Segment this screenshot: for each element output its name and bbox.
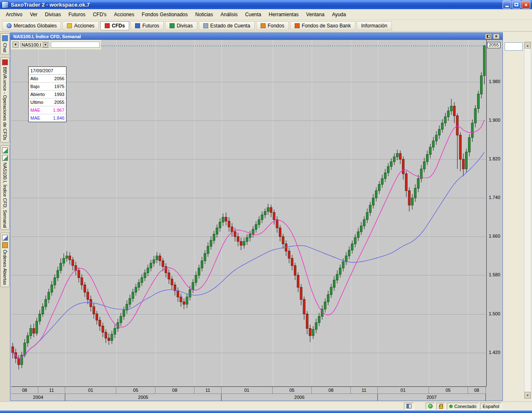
tab-futuros[interactable]: Futuros [131,21,164,30]
menu-fondos-gestionados[interactable]: Fondos Gestionados [138,10,192,20]
month-label: 08 [155,387,195,394]
scrollbar-track[interactable] [525,49,531,392]
app-icon [2,1,9,8]
tab-fondos[interactable]: Fondos [256,21,289,30]
funds-icon [261,23,266,28]
account-icon [406,404,411,408]
network-icon [428,404,433,408]
dock-tab-label: BBVA:xmce - Operaciones de CFDs [2,67,7,140]
tooltip-row: Alto2056 [29,75,66,83]
chart-window-title: NAS100.I, Índice CFD, Semanal [13,34,81,39]
right-panel: ▲ ▼ [504,32,532,401]
window-title: SaxoTrader 2 - workspace.ok.7 [11,2,502,8]
month-label: 05 [116,387,155,394]
time-axis-years[interactable]: 2004200520062007 [11,393,486,401]
dock-tab-label: Órdenes Abiertas [2,250,7,285]
menu-ventana[interactable]: Ventana [303,10,328,20]
open-orders-icon [2,242,8,248]
chart-menu-button[interactable]: ▼ [12,42,19,48]
instrument-combo[interactable]: NAS100.I ▼ [20,42,49,48]
minimize-button[interactable] [502,0,511,9]
chart-close-button[interactable]: × [493,34,500,39]
scroll-up-button[interactable]: ▲ [525,42,531,49]
tooltip-row: Ultimo2055 [29,98,66,106]
menu-ver[interactable]: Ver [26,10,41,20]
year-label: 2005 [65,394,222,401]
tab-acciones[interactable]: Acciones [62,21,99,30]
menu-herramientas[interactable]: Herramientas [265,10,303,20]
month-label: 11 [195,387,222,394]
close-button[interactable]: × [522,0,530,9]
chart-window-titlebar[interactable]: NAS100.I, Índice CFD, Semanal × [10,33,502,40]
month-label: 08 [468,387,486,394]
menu-cuenta[interactable]: Cuenta [241,10,265,20]
tooltip-row: MAE1.967 [29,106,66,114]
connection-status: Conectado [447,403,479,410]
tab-informaci-n[interactable]: Información [357,21,392,30]
month-label: 08 [312,387,351,394]
instrument-combo-value: NAS100.I [22,42,41,47]
minimize-icon [505,6,509,7]
menu-ayuda[interactable]: Ayuda [328,10,350,20]
chart-doc-icon [2,155,8,161]
month-label: 11 [351,387,378,394]
tooltip-row: MAE1.846 [29,114,66,122]
restore-icon [515,3,518,6]
tab-label: Futuros [142,23,159,29]
chart-text-input[interactable] [51,42,100,48]
tab-label: CFDs [112,23,125,29]
current-price-label: 2055 [487,42,500,48]
price-axis[interactable]: 2055 1.9801.9001.8201.7401.6601.5801.500… [486,40,503,386]
language-selector[interactable]: Español [480,403,502,410]
price-axis-label: 1.660 [489,234,500,238]
menu-divisas[interactable]: Divisas [41,10,65,20]
trade-ticket-icon [2,59,8,65]
hidden-panel-field[interactable] [505,42,523,51]
fx-icon [170,23,175,28]
cfds-icon [105,23,110,28]
taskbar-edge[interactable] [0,411,532,413]
chart-tooltip: 17/09/2007 Alto2056Bajo1975Abierto1993Ul… [28,66,66,122]
candlestick-chart-canvas[interactable] [11,40,486,386]
dock-tab-rdenes-abiertas[interactable]: Órdenes Abiertas [0,233,10,287]
scroll-down-button[interactable]: ▼ [525,392,531,398]
price-axis-label: 1.980 [489,79,500,84]
price-axis-label: 1.740 [489,195,500,200]
menu-archivo[interactable]: Archivo [2,10,26,20]
year-label: 2007 [378,394,486,401]
vertical-scrollbar[interactable]: ▲ ▼ [524,42,531,399]
chart-plot-area[interactable]: ▼ NAS100.I ▼ 17/09/2007 Alto2056Bajo1975… [11,40,486,386]
tooltip-row: Bajo1975 [29,83,66,91]
menu-futuros[interactable]: Futuros [65,10,89,20]
tab-label: Información [361,23,387,29]
tooltip-row: Abierto1993 [29,91,66,98]
dock-tab-bbva-xmce-operaciones-de-cfds[interactable]: BBVA:xmce - Operaciones de CFDs [0,57,10,142]
menu-cfd-s[interactable]: CFD's [89,10,110,20]
account-status-button[interactable] [404,403,414,410]
tab-fondos-de-saxo-bank[interactable]: Fondos de Saxo Bank [290,21,355,30]
chart-doc-icon [2,148,8,153]
tab-label: Estado de Cuenta [210,23,250,29]
title-bar[interactable]: SaxoTrader 2 - workspace.ok.7 × [0,0,532,9]
connected-indicator-icon [449,405,453,408]
dock-tab-nas100-i-ndice-cfd-semanal[interactable]: NAS100.I, Índice CFD, Semanal [0,145,10,230]
tab-divisas[interactable]: Divisas [165,21,197,30]
dock-window-button[interactable] [485,34,492,39]
saxo-funds-icon [295,23,300,28]
dock-tab-chat[interactable]: Chat [0,33,10,54]
menu-acciones[interactable]: Acciones [110,10,138,20]
menu-an-lisis[interactable]: Análisis [217,10,241,20]
menu-noticias[interactable]: Noticias [192,10,217,20]
month-label: 05 [273,387,312,394]
tab-mercados-globales[interactable]: Mercados Globales [2,21,61,30]
tab-label: Acciones [74,23,94,29]
month-label: 08 [11,387,38,394]
tab-label: Divisas [177,23,193,29]
chat-icon [2,35,8,41]
security-status[interactable] [436,403,446,410]
restore-button[interactable] [512,0,521,9]
time-axis-months[interactable]: 08110105081101050811010508 [11,386,486,394]
network-status[interactable] [426,403,435,410]
tab-cfds[interactable]: CFDs [100,21,129,30]
tab-estado-de-cuenta[interactable]: Estado de Cuenta [199,21,255,30]
